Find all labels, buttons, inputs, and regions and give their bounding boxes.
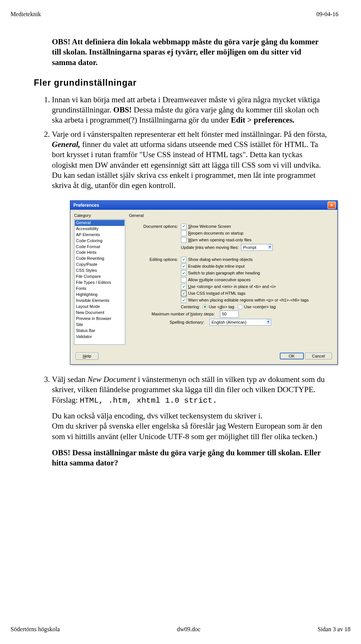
- text-italic: New Document: [87, 375, 136, 384]
- category-item[interactable]: CSS Styles: [75, 268, 124, 274]
- checkbox-label: Use CSS instead of HTML tags: [188, 291, 245, 296]
- form-row: Editing options: Show dialog when insert…: [129, 257, 334, 262]
- category-item[interactable]: Status Bar: [75, 328, 124, 334]
- category-list[interactable]: General Accessibility AP Elements Code C…: [74, 219, 125, 345]
- checkbox-welcome[interactable]: [181, 224, 187, 229]
- checkbox-insert-dialog[interactable]: [181, 257, 187, 262]
- paragraph: Du kan också välja encoding, dvs vilket …: [52, 411, 327, 442]
- text: Välj sedan: [52, 375, 87, 384]
- radio-center-tag[interactable]: [238, 304, 243, 309]
- list-item: Innan vi kan börja med att arbeta i Drea…: [52, 95, 327, 126]
- checkbox-label: Warn when opening read-only files: [188, 237, 252, 242]
- ok-button[interactable]: OK: [280, 353, 304, 359]
- form-row: Document options: Show Welcome Screen: [129, 224, 334, 229]
- field-label: Centering:: [181, 304, 200, 309]
- form-row: Reopen documents on startup: [129, 230, 334, 236]
- field-label: Maximum number of history steps:: [129, 311, 218, 317]
- obs-warning-1: OBS! Att definiera din lokala webbmapp m…: [52, 37, 327, 68]
- category-item[interactable]: New Document: [75, 310, 124, 316]
- form-row: Warn when opening read-only files: [129, 237, 334, 243]
- category-item[interactable]: File Compare: [75, 274, 124, 280]
- form-row: Use CSS instead of HTML tags: [129, 291, 334, 296]
- cancel-button[interactable]: Cancel: [305, 353, 332, 359]
- category-item[interactable]: Highlighting: [75, 292, 124, 298]
- preferences-dialog: Preferences × Category General Accessibi…: [70, 200, 338, 365]
- section-heading: Fler grundinställningar: [34, 77, 327, 89]
- category-item[interactable]: Code Hints: [75, 250, 124, 256]
- dialog-title: Preferences: [73, 203, 99, 209]
- checkbox-reopen[interactable]: [181, 230, 187, 236]
- help-button[interactable]: Help: [76, 352, 99, 360]
- form-row: Centering: Use <div> tag Use <center> ta…: [129, 304, 334, 309]
- page: Medieteknik 09-04-16 OBS! Att definiera …: [0, 0, 361, 644]
- form-row: Maximum number of history steps: 50: [129, 311, 334, 317]
- checkbox-label: Show Welcome Screen: [188, 224, 231, 229]
- category-item[interactable]: Code Coloring: [75, 238, 124, 244]
- checkbox-label: Show dialog when inserting objects: [188, 257, 253, 262]
- category-item[interactable]: Fonts: [75, 286, 124, 292]
- form-row: Spelling dictionary: English (American): [129, 319, 334, 326]
- field-label: Spelling dictionary:: [129, 320, 207, 325]
- form-row: Update links when moving files: Prompt: [129, 244, 334, 251]
- window-controls: ×: [328, 202, 336, 209]
- settings-column: General Document options: Show Welcome S…: [129, 213, 334, 344]
- dialog-titlebar[interactable]: Preferences ×: [70, 201, 337, 210]
- text-bold: Edit > preferences.: [231, 115, 294, 124]
- category-item[interactable]: AP Elements: [75, 232, 124, 238]
- checkbox-label: Switch to plain paragraph after heading: [188, 270, 260, 276]
- dialog-footer: Help OK Cancel: [70, 349, 337, 364]
- text: Varje ord i vänsterspalten representerar…: [52, 130, 327, 139]
- checkbox-plainpara[interactable]: [181, 270, 187, 276]
- category-item[interactable]: File Types / Editors: [75, 280, 124, 286]
- dropdown-update-links[interactable]: Prompt: [241, 244, 273, 251]
- category-item[interactable]: Invisible Elements: [75, 298, 124, 304]
- list-item: Välj sedan New Document i vänstermenyn o…: [52, 374, 327, 468]
- form-row: Switch to plain paragraph after heading: [129, 270, 334, 276]
- radio-label: Use <div> tag: [209, 304, 234, 309]
- checkbox-label: Warn when placing editable regions withi…: [188, 297, 309, 303]
- text-bold: OBS!: [113, 105, 132, 114]
- footer-left: Södertörns högskola: [11, 626, 60, 633]
- instruction-list: Innan vi kan börja med att arbeta i Drea…: [41, 95, 327, 468]
- form-label: Editing options:: [129, 257, 181, 262]
- form-label: Document options:: [129, 224, 181, 229]
- close-icon[interactable]: ×: [328, 202, 336, 209]
- field-label: Update links when moving files:: [181, 245, 239, 250]
- checkbox-warn-readonly[interactable]: [181, 237, 187, 243]
- checkbox-use-css[interactable]: [181, 291, 187, 296]
- form-row: Allow multiple consecutive spaces: [129, 277, 334, 283]
- input-history-steps[interactable]: 50: [220, 311, 239, 317]
- list-item: Varje ord i vänsterspalten representerar…: [52, 129, 327, 365]
- button-group: OK Cancel: [280, 353, 332, 359]
- category-item[interactable]: Accessibility: [75, 226, 124, 232]
- category-label: Category: [74, 213, 125, 218]
- category-item[interactable]: Layout Mode: [75, 304, 124, 310]
- text: finner du valet att utforma sidans utsee…: [52, 140, 321, 190]
- footer-center: dw09.doc: [177, 626, 200, 633]
- category-item[interactable]: Code Rewriting: [75, 256, 124, 262]
- page-footer: Södertörns högskola dw09.doc Sidan 3 av …: [11, 626, 350, 633]
- category-column: Category General Accessibility AP Elemen…: [74, 213, 125, 344]
- page-header-right: 09-04-16: [316, 11, 338, 18]
- radio-label: Use <center> tag: [244, 304, 276, 309]
- panel-title: General: [129, 213, 334, 218]
- dropdown-spelling[interactable]: English (American): [209, 319, 271, 326]
- category-item[interactable]: Validator: [75, 334, 124, 340]
- text-code: HTML, .htm, xhtml 1.0 strict.: [80, 396, 217, 405]
- text-bold-italic: General,: [52, 140, 80, 149]
- checkbox-strongem[interactable]: [181, 284, 187, 289]
- checkbox-multispace[interactable]: [181, 277, 187, 283]
- category-item[interactable]: Copy/Paste: [75, 262, 124, 268]
- category-item[interactable]: Site: [75, 322, 124, 328]
- checkbox-warn-regions[interactable]: [181, 297, 187, 303]
- checkbox-doublebyte[interactable]: [181, 264, 187, 269]
- radio-div-tag[interactable]: [202, 304, 208, 309]
- checkbox-label: Reopen documents on startup: [188, 230, 243, 236]
- category-item[interactable]: Preview in Browser: [75, 316, 124, 322]
- dialog-body: Category General Accessibility AP Elemen…: [70, 210, 337, 348]
- page-header-left: Medieteknik: [11, 11, 41, 18]
- category-item-general[interactable]: General: [75, 220, 124, 226]
- category-item[interactable]: Code Format: [75, 244, 124, 250]
- obs-warning-2: OBS! Dessa inställningar måste du göra v…: [52, 448, 327, 468]
- form-row: Use <strong> and <em> in place of <b> an…: [129, 284, 334, 289]
